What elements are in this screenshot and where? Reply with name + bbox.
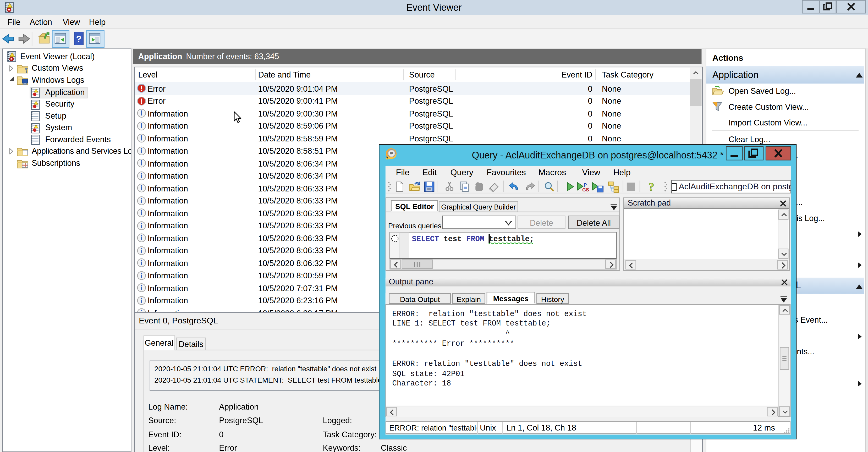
svg-text:?: ? bbox=[76, 34, 82, 44]
svg-text:P: P bbox=[583, 182, 586, 188]
svg-text:GS: GS bbox=[582, 187, 589, 192]
svg-text:?: ? bbox=[649, 181, 654, 192]
